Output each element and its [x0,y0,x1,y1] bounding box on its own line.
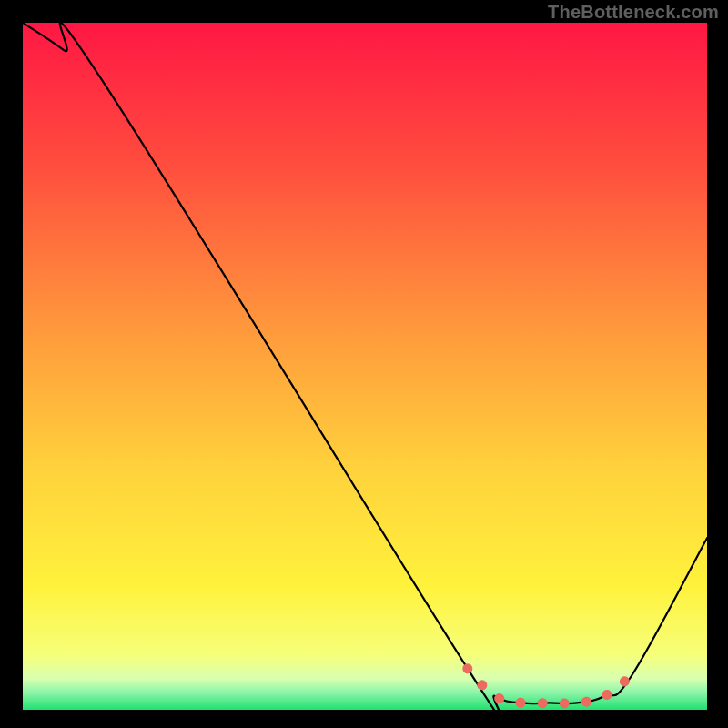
chart-stage: TheBottleneck.com [0,0,728,728]
bottleneck-chart [0,0,728,728]
gradient-background [23,23,707,710]
watermark-text: TheBottleneck.com [548,2,719,23]
